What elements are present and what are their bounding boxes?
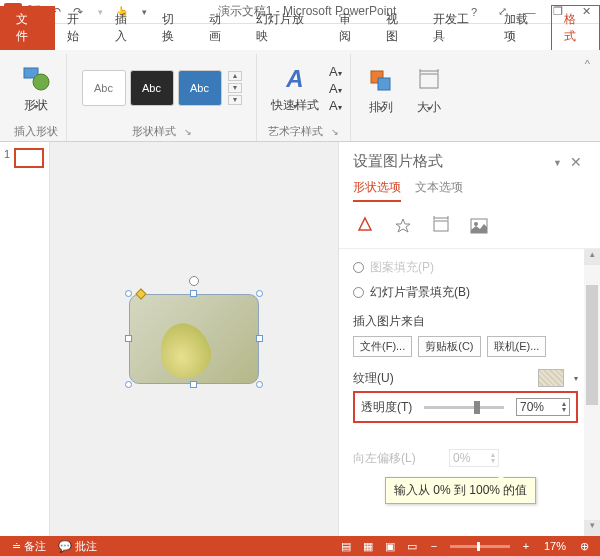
thumbnail-1[interactable]: 1	[4, 148, 45, 168]
transparency-input[interactable]: 70% ▴▾	[516, 398, 570, 416]
spinner-icon[interactable]: ▴▾	[562, 401, 566, 413]
tab-review[interactable]: 审阅	[327, 6, 374, 50]
pane-close-button[interactable]: ✕	[570, 154, 586, 170]
normal-view-icon[interactable]: ▤	[336, 537, 356, 555]
pane-body: ▴ ▾ 图案填充(P) 幻灯片背景填充(B) 插入图片来自 文件(F)... 剪…	[339, 249, 600, 536]
main-area: 1 设置图片格式 ▼ ✕ 形状选项 文本选项	[0, 142, 600, 536]
sorter-view-icon[interactable]: ▦	[358, 537, 378, 555]
text-outline-icon[interactable]: A▾	[329, 81, 342, 96]
radio-slide-bg-fill[interactable]: 幻灯片背景填充(B)	[353, 280, 596, 305]
file-button[interactable]: 文件(F)...	[353, 336, 412, 357]
svg-point-1	[33, 74, 49, 90]
offset-left-input[interactable]: 0% ▴▾	[449, 449, 499, 467]
comments-button[interactable]: 💬 批注	[52, 539, 103, 554]
tooltip: 输入从 0% 到 100% 的值	[385, 477, 536, 504]
clipboard-button[interactable]: 剪贴板(C)	[418, 336, 480, 357]
scroll-thumb[interactable]	[586, 285, 598, 405]
group-shape-styles: Abc Abc Abc ▴ ▾ ▾ 形状样式↘	[67, 54, 257, 141]
texture-label: 纹理(U)	[353, 370, 403, 387]
pane-tab-text-options[interactable]: 文本选项	[415, 179, 463, 202]
transparency-value: 70%	[520, 400, 544, 414]
collapse-ribbon-icon[interactable]: ^	[581, 54, 594, 141]
resize-handle-se[interactable]	[256, 381, 263, 388]
style-sample-2[interactable]: Abc	[130, 70, 174, 106]
selected-shape[interactable]	[129, 294, 259, 384]
text-fill-icon[interactable]: A▾	[329, 64, 342, 79]
style-sample-1[interactable]: Abc	[82, 70, 126, 106]
chevron-down-icon: ▾	[293, 102, 297, 111]
pane-options-icon[interactable]: ▼	[553, 158, 562, 168]
status-right: ▤ ▦ ▣ ▭ − + 17% ⊕	[336, 537, 594, 555]
effects-icon[interactable]	[391, 214, 415, 238]
resize-handle-e[interactable]	[256, 335, 263, 342]
resize-handle-n[interactable]	[190, 290, 197, 297]
pane-tabs: 形状选项 文本选项	[339, 177, 600, 208]
slide-canvas[interactable]	[50, 142, 338, 536]
tab-insert[interactable]: 插入	[103, 6, 150, 50]
reading-view-icon[interactable]: ▣	[380, 537, 400, 555]
shapes-button[interactable]: 形状 ▾	[14, 61, 58, 115]
dialog-launcher-icon[interactable]: ↘	[184, 127, 192, 137]
tab-slideshow[interactable]: 幻灯片放映	[244, 6, 326, 50]
tab-format[interactable]: 格式	[551, 5, 600, 50]
resize-handle-s[interactable]	[190, 381, 197, 388]
zoom-slider-thumb[interactable]	[477, 542, 480, 551]
pane-title: 设置图片格式	[353, 152, 443, 171]
scroll-down-icon[interactable]: ▾	[584, 520, 600, 536]
chevron-more-icon[interactable]: ▾	[228, 95, 242, 105]
group-label-arrange	[403, 125, 406, 139]
chevron-down-icon[interactable]: ▾	[574, 374, 578, 383]
tab-transitions[interactable]: 切换	[150, 6, 197, 50]
texture-swatch[interactable]	[538, 369, 564, 387]
transparency-slider[interactable]	[424, 406, 504, 409]
resize-handle-w[interactable]	[125, 335, 132, 342]
group-label-shape-styles: 形状样式	[132, 124, 176, 139]
online-button[interactable]: 联机(E)...	[487, 336, 547, 357]
tab-developer[interactable]: 开发工具	[421, 6, 492, 50]
arrange-button[interactable]: 排列 ▾	[359, 63, 403, 117]
size-properties-icon[interactable]	[429, 214, 453, 238]
size-button[interactable]: 大小 ▾	[407, 63, 451, 117]
offset-left-row: 向左偏移(L) 0% ▴▾	[353, 445, 578, 471]
style-sample-3[interactable]: Abc	[178, 70, 222, 106]
quick-styles-button[interactable]: A 快速样式 ▾	[265, 61, 325, 115]
zoom-in-button[interactable]: +	[516, 537, 536, 555]
slideshow-view-icon[interactable]: ▭	[402, 537, 422, 555]
radio-pattern-fill[interactable]: 图案填充(P)	[353, 255, 596, 280]
style-gallery-spinner[interactable]: ▴ ▾ ▾	[228, 71, 242, 105]
radio-label: 图案填充(P)	[370, 259, 434, 276]
dialog-launcher-icon[interactable]: ↘	[331, 127, 339, 137]
notes-label: 备注	[24, 539, 46, 554]
rotate-handle[interactable]	[189, 276, 199, 286]
tab-home[interactable]: 开始	[55, 6, 102, 50]
slider-thumb[interactable]	[474, 401, 480, 414]
zoom-out-button[interactable]: −	[424, 537, 444, 555]
tab-file[interactable]: 文件	[0, 6, 55, 50]
group-insert-shapes: 形状 ▾ 插入形状	[6, 54, 67, 141]
scroll-track[interactable]	[584, 265, 600, 520]
chevron-down-icon: ▾	[427, 104, 431, 113]
pane-tab-shape-options[interactable]: 形状选项	[353, 179, 401, 202]
tab-addins[interactable]: 加载项	[492, 6, 551, 50]
tab-view[interactable]: 视图	[374, 6, 421, 50]
zoom-slider[interactable]	[450, 545, 510, 548]
chevron-down-icon[interactable]: ▾	[228, 83, 242, 93]
text-effects-icon[interactable]: A▾	[329, 98, 342, 113]
chevron-down-icon: ▾	[379, 104, 383, 113]
resize-handle-sw[interactable]	[125, 381, 132, 388]
offset-value: 0%	[453, 451, 470, 465]
chevron-up-icon[interactable]: ▴	[228, 71, 242, 81]
picture-icon[interactable]	[467, 214, 491, 238]
pane-scrollbar[interactable]: ▴ ▾	[584, 249, 600, 536]
scroll-up-icon[interactable]: ▴	[584, 249, 600, 265]
fit-to-window-button[interactable]: ⊕	[574, 537, 594, 555]
tab-animations[interactable]: 动画	[197, 6, 244, 50]
notes-button[interactable]: ≐ 备注	[6, 539, 52, 554]
comments-label: 批注	[75, 539, 97, 554]
radio-icon	[353, 287, 364, 298]
spinner-icon[interactable]: ▴▾	[491, 452, 495, 464]
zoom-level[interactable]: 17%	[538, 540, 572, 552]
fill-line-icon[interactable]	[353, 214, 377, 238]
resize-handle-ne[interactable]	[256, 290, 263, 297]
resize-handle-nw[interactable]	[125, 290, 132, 297]
